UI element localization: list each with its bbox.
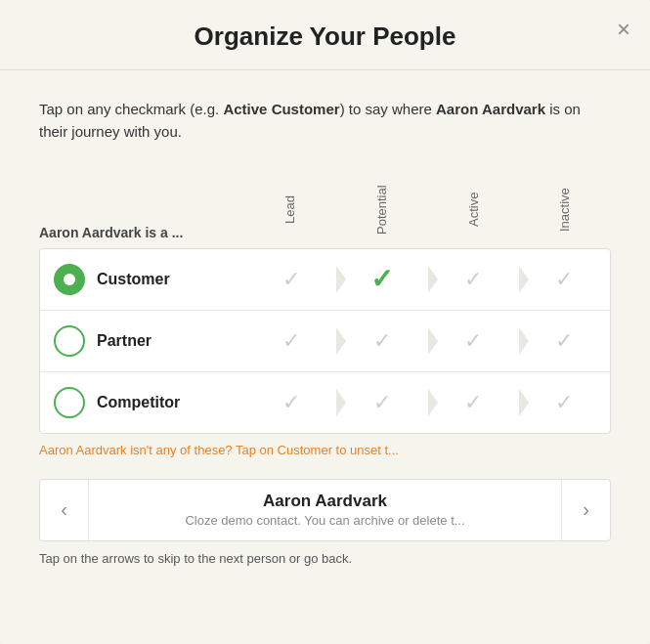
- bottom-tip: Tap on the arrows to skip to the next pe…: [39, 551, 611, 566]
- partner-cell-active[interactable]: ✓: [428, 311, 519, 371]
- nav-person-name: Aaron Aardvark: [103, 492, 547, 511]
- check-icon: ✓: [282, 328, 300, 354]
- bottom-nav: ‹ Aaron Aardvark Cloze demo contact. You…: [39, 479, 611, 541]
- col-header-active: Active: [428, 171, 520, 244]
- row-identity-customer: Customer: [40, 252, 245, 307]
- desc-prefix: Tap on any checkmark (e.g.: [39, 101, 223, 117]
- check-icon: ✓: [282, 390, 300, 415]
- check-icon: ✓: [555, 390, 573, 415]
- desc-bold2: Aaron Aardvark: [436, 101, 545, 117]
- col-headers: Lead Potential Active Inactive: [244, 171, 611, 244]
- table-row: Customer ✓ ✓: [40, 249, 610, 311]
- modal-header: Organize Your People ×: [0, 0, 650, 70]
- col-header-potential: Potential: [336, 171, 428, 244]
- modal-title: Organize Your People: [195, 21, 456, 52]
- note-text: Aaron Aardvark isn't any of these? Tap o…: [39, 442, 611, 459]
- check-icon: ✓: [373, 328, 391, 354]
- competitor-circle[interactable]: [54, 387, 85, 418]
- check-icon: ✓: [464, 267, 482, 292]
- competitor-cell-lead[interactable]: ✓: [245, 372, 336, 433]
- customer-cell-inactive[interactable]: ✓: [519, 249, 610, 310]
- description-text: Tap on any checkmark (e.g. Active Custom…: [39, 98, 611, 144]
- organize-modal: Organize Your People × Tap on any checkm…: [0, 0, 650, 644]
- table-row: Partner ✓ ✓: [40, 311, 610, 372]
- desc-middle: ) to say where: [340, 101, 436, 117]
- partner-label: Partner: [97, 332, 152, 350]
- next-arrow[interactable]: ›: [561, 480, 610, 540]
- competitor-cell-inactive[interactable]: ✓: [519, 372, 610, 433]
- close-button[interactable]: ×: [617, 18, 630, 41]
- prev-arrow[interactable]: ‹: [40, 480, 89, 540]
- row-identity-partner: Partner: [40, 314, 245, 368]
- competitor-cell-potential[interactable]: ✓: [336, 372, 427, 433]
- partner-cell-potential[interactable]: ✓: [336, 311, 427, 371]
- competitor-cell-active[interactable]: ✓: [428, 372, 519, 433]
- check-icon: ✓: [282, 267, 300, 292]
- row-identity-competitor: Competitor: [40, 375, 245, 430]
- col-header-inactive: Inactive: [519, 171, 611, 244]
- nav-content: Aaron Aardvark Cloze demo contact. You c…: [89, 482, 561, 537]
- customer-label: Customer: [97, 271, 170, 288]
- competitor-label: Competitor: [97, 394, 180, 411]
- customer-cell-lead[interactable]: ✓: [245, 249, 336, 310]
- nav-person-sub: Cloze demo contact. You can archive or d…: [103, 513, 547, 528]
- desc-bold1: Active Customer: [223, 101, 339, 117]
- partner-cell-lead[interactable]: ✓: [245, 311, 336, 371]
- customer-circle[interactable]: [54, 264, 85, 295]
- modal-body: Tap on any checkmark (e.g. Active Custom…: [0, 70, 650, 585]
- customer-cells: ✓ ✓ ✓: [245, 249, 610, 310]
- table-row: Competitor ✓ ✓: [40, 372, 610, 433]
- partner-cells: ✓ ✓ ✓: [245, 311, 610, 371]
- check-icon: ✓: [464, 390, 482, 415]
- check-icon: ✓: [555, 267, 573, 292]
- row-label-header: Aaron Aardvark is a ...: [39, 225, 244, 244]
- table-rows: Customer ✓ ✓: [39, 248, 611, 434]
- column-headers: Aaron Aardvark is a ... Lead Potential A…: [39, 171, 611, 244]
- col-header-lead: Lead: [244, 171, 336, 244]
- customer-cell-active[interactable]: ✓: [428, 249, 519, 310]
- check-icon: ✓: [373, 390, 391, 415]
- check-icon: ✓: [555, 328, 573, 354]
- partner-cell-inactive[interactable]: ✓: [519, 311, 610, 371]
- check-active-icon: ✓: [370, 263, 393, 295]
- partner-circle[interactable]: [54, 325, 85, 357]
- people-table: Aaron Aardvark is a ... Lead Potential A…: [39, 171, 611, 459]
- customer-cell-potential[interactable]: ✓: [336, 249, 427, 310]
- check-icon: ✓: [464, 328, 482, 354]
- competitor-cells: ✓ ✓ ✓: [245, 372, 610, 433]
